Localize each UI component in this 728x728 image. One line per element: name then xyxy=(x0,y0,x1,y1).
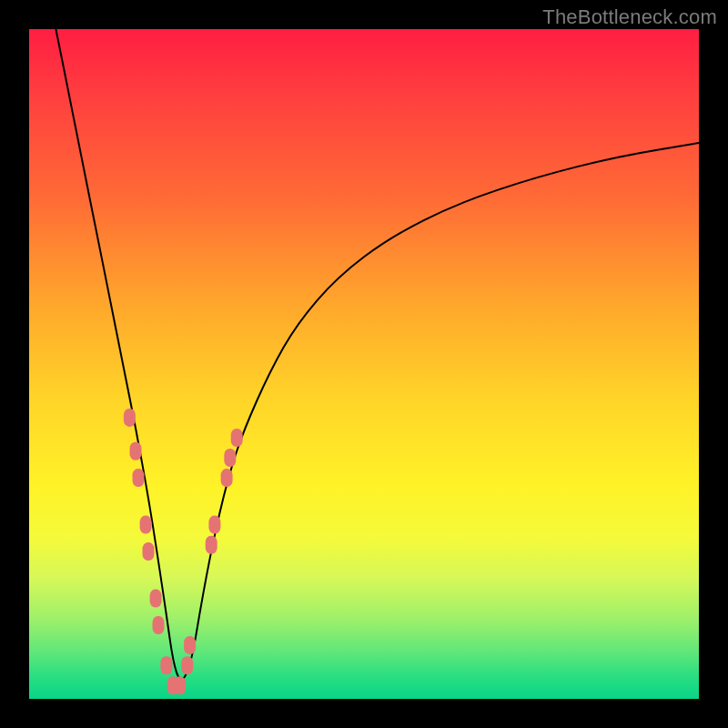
bead-marker xyxy=(221,469,233,487)
bead-marker xyxy=(143,542,155,561)
bead-marker xyxy=(160,656,172,674)
bead-marker xyxy=(130,442,142,460)
bead-marker xyxy=(184,636,196,654)
bead-marker xyxy=(174,676,186,694)
bead-marker xyxy=(133,469,145,487)
plot-area xyxy=(29,29,699,699)
watermark-text: TheBottleneck.com xyxy=(542,5,717,29)
bead-marker xyxy=(124,409,136,427)
chart-overlay xyxy=(29,29,699,699)
bead-marker xyxy=(181,656,193,674)
chart-frame: TheBottleneck.com xyxy=(0,0,728,728)
curve-beads xyxy=(124,409,243,694)
bead-marker xyxy=(231,429,243,447)
bead-marker xyxy=(153,616,165,634)
bead-marker xyxy=(206,536,217,554)
bead-marker xyxy=(150,590,162,608)
bead-marker xyxy=(208,516,220,534)
bead-marker xyxy=(140,516,152,534)
bottleneck-curve xyxy=(56,29,699,680)
bead-marker xyxy=(224,449,236,467)
